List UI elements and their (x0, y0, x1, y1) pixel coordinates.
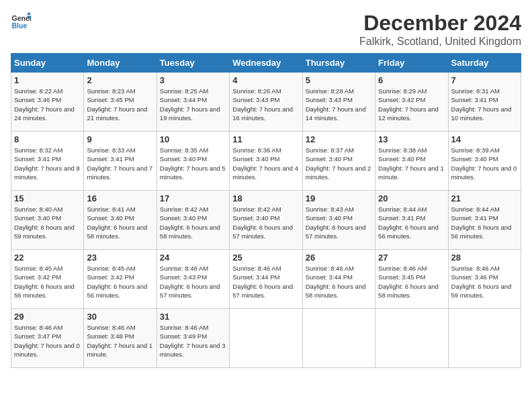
day-info: Sunrise: 8:38 AMSunset: 3:40 PMDaylight:… (378, 146, 445, 181)
calendar-cell: 16Sunrise: 8:41 AMSunset: 3:40 PMDayligh… (84, 191, 157, 250)
calendar-cell: 24Sunrise: 8:46 AMSunset: 3:43 PMDayligh… (157, 250, 229, 309)
weekday-header-thursday: Thursday (302, 54, 375, 73)
day-number: 5 (306, 75, 372, 85)
calendar-cell: 10Sunrise: 8:35 AMSunset: 3:40 PMDayligh… (157, 132, 229, 191)
calendar-cell: 11Sunrise: 8:36 AMSunset: 3:40 PMDayligh… (230, 132, 302, 191)
day-number: 27 (378, 253, 445, 263)
day-info: Sunrise: 8:42 AMSunset: 3:40 PMDaylight:… (232, 205, 299, 240)
day-number: 25 (232, 253, 299, 263)
day-info: Sunrise: 8:41 AMSunset: 3:40 PMDaylight:… (87, 205, 153, 240)
week-row-1: 1Sunrise: 8:22 AMSunset: 3:46 PMDaylight… (11, 73, 521, 132)
day-info: Sunrise: 8:46 AMSunset: 3:43 PMDaylight:… (160, 264, 226, 300)
title-area: December 2024 Falkirk, Scotland, United … (359, 11, 521, 48)
day-number: 6 (378, 75, 445, 85)
day-number: 19 (306, 193, 372, 203)
calendar-cell (375, 309, 448, 368)
calendar-cell: 6Sunrise: 8:29 AMSunset: 3:42 PMDaylight… (375, 73, 448, 132)
calendar-cell: 4Sunrise: 8:26 AMSunset: 3:43 PMDaylight… (230, 73, 302, 132)
day-info: Sunrise: 8:32 AMSunset: 3:41 PMDaylight:… (14, 146, 81, 181)
day-number: 21 (451, 193, 518, 203)
day-number: 30 (87, 312, 153, 322)
calendar-cell: 14Sunrise: 8:39 AMSunset: 3:40 PMDayligh… (448, 132, 521, 191)
day-info: Sunrise: 8:25 AMSunset: 3:44 PMDaylight:… (160, 87, 226, 122)
day-info: Sunrise: 8:28 AMSunset: 3:43 PMDaylight:… (306, 87, 372, 122)
calendar-cell: 3Sunrise: 8:25 AMSunset: 3:44 PMDaylight… (157, 73, 229, 132)
calendar-cell: 30Sunrise: 8:46 AMSunset: 3:48 PMDayligh… (84, 309, 157, 368)
logo: General Blue (11, 11, 31, 31)
day-number: 23 (87, 253, 153, 263)
calendar-cell: 27Sunrise: 8:46 AMSunset: 3:45 PMDayligh… (375, 250, 448, 309)
day-number: 13 (378, 134, 445, 144)
day-number: 2 (87, 75, 153, 85)
day-info: Sunrise: 8:46 AMSunset: 3:46 PMDaylight:… (451, 264, 518, 300)
day-info: Sunrise: 8:26 AMSunset: 3:43 PMDaylight:… (232, 87, 299, 122)
day-number: 11 (232, 134, 299, 144)
day-number: 29 (14, 312, 81, 322)
calendar-cell: 22Sunrise: 8:45 AMSunset: 3:42 PMDayligh… (11, 250, 84, 309)
weekday-header-friday: Friday (375, 54, 448, 73)
svg-text:Blue: Blue (12, 21, 28, 30)
calendar-cell: 20Sunrise: 8:44 AMSunset: 3:41 PMDayligh… (375, 191, 448, 250)
calendar-table: SundayMondayTuesdayWednesdayThursdayFrid… (11, 53, 521, 368)
weekday-header-wednesday: Wednesday (230, 54, 302, 73)
day-number: 7 (451, 75, 518, 85)
calendar-cell: 5Sunrise: 8:28 AMSunset: 3:43 PMDaylight… (302, 73, 375, 132)
logo-icon: General Blue (11, 11, 31, 31)
weekday-header-monday: Monday (84, 54, 157, 73)
week-row-3: 15Sunrise: 8:40 AMSunset: 3:40 PMDayligh… (11, 191, 521, 250)
calendar-cell: 25Sunrise: 8:46 AMSunset: 3:44 PMDayligh… (230, 250, 302, 309)
calendar-cell: 28Sunrise: 8:46 AMSunset: 3:46 PMDayligh… (448, 250, 521, 309)
calendar-cell: 21Sunrise: 8:44 AMSunset: 3:41 PMDayligh… (448, 191, 521, 250)
day-number: 16 (87, 193, 153, 203)
day-info: Sunrise: 8:42 AMSunset: 3:40 PMDaylight:… (160, 205, 226, 240)
calendar-cell: 13Sunrise: 8:38 AMSunset: 3:40 PMDayligh… (375, 132, 448, 191)
calendar-cell: 15Sunrise: 8:40 AMSunset: 3:40 PMDayligh… (11, 191, 84, 250)
calendar-title: December 2024 (359, 11, 521, 36)
day-number: 24 (160, 253, 226, 263)
day-info: Sunrise: 8:29 AMSunset: 3:42 PMDaylight:… (378, 87, 445, 122)
calendar-cell (302, 309, 375, 368)
day-info: Sunrise: 8:23 AMSunset: 3:45 PMDaylight:… (87, 87, 153, 122)
day-number: 9 (87, 134, 153, 144)
day-number: 14 (451, 134, 518, 144)
day-number: 20 (378, 193, 445, 203)
day-info: Sunrise: 8:44 AMSunset: 3:41 PMDaylight:… (378, 205, 445, 240)
calendar-cell: 18Sunrise: 8:42 AMSunset: 3:40 PMDayligh… (230, 191, 302, 250)
week-row-5: 29Sunrise: 8:46 AMSunset: 3:47 PMDayligh… (11, 309, 521, 368)
svg-marker-2 (27, 12, 31, 15)
day-number: 3 (160, 75, 226, 85)
calendar-cell: 2Sunrise: 8:23 AMSunset: 3:45 PMDaylight… (84, 73, 157, 132)
weekday-header-tuesday: Tuesday (157, 54, 229, 73)
day-number: 17 (160, 193, 226, 203)
day-info: Sunrise: 8:46 AMSunset: 3:49 PMDaylight:… (160, 323, 226, 359)
calendar-subtitle: Falkirk, Scotland, United Kingdom (359, 36, 521, 48)
calendar-cell: 23Sunrise: 8:45 AMSunset: 3:42 PMDayligh… (84, 250, 157, 309)
calendar-cell: 9Sunrise: 8:33 AMSunset: 3:41 PMDaylight… (84, 132, 157, 191)
weekday-header-saturday: Saturday (448, 54, 521, 73)
day-info: Sunrise: 8:44 AMSunset: 3:41 PMDaylight:… (451, 205, 518, 240)
day-number: 15 (14, 193, 81, 203)
week-row-4: 22Sunrise: 8:45 AMSunset: 3:42 PMDayligh… (11, 250, 521, 309)
day-info: Sunrise: 8:46 AMSunset: 3:44 PMDaylight:… (306, 264, 372, 300)
day-info: Sunrise: 8:31 AMSunset: 3:41 PMDaylight:… (451, 87, 518, 122)
week-row-2: 8Sunrise: 8:32 AMSunset: 3:41 PMDaylight… (11, 132, 521, 191)
weekday-header-row: SundayMondayTuesdayWednesdayThursdayFrid… (11, 54, 521, 73)
day-number: 31 (160, 312, 226, 322)
calendar-cell: 7Sunrise: 8:31 AMSunset: 3:41 PMDaylight… (448, 73, 521, 132)
page-header: General Blue December 2024 Falkirk, Scot… (11, 11, 521, 48)
calendar-cell: 29Sunrise: 8:46 AMSunset: 3:47 PMDayligh… (11, 309, 84, 368)
day-info: Sunrise: 8:45 AMSunset: 3:42 PMDaylight:… (87, 264, 153, 300)
calendar-cell: 12Sunrise: 8:37 AMSunset: 3:40 PMDayligh… (302, 132, 375, 191)
weekday-header-sunday: Sunday (11, 54, 84, 73)
day-info: Sunrise: 8:46 AMSunset: 3:47 PMDaylight:… (14, 323, 81, 359)
day-info: Sunrise: 8:46 AMSunset: 3:48 PMDaylight:… (87, 323, 153, 359)
day-info: Sunrise: 8:43 AMSunset: 3:40 PMDaylight:… (306, 205, 372, 240)
day-number: 18 (232, 193, 299, 203)
calendar-cell: 19Sunrise: 8:43 AMSunset: 3:40 PMDayligh… (302, 191, 375, 250)
day-number: 28 (451, 253, 518, 263)
calendar-cell: 31Sunrise: 8:46 AMSunset: 3:49 PMDayligh… (157, 309, 229, 368)
calendar-cell: 8Sunrise: 8:32 AMSunset: 3:41 PMDaylight… (11, 132, 84, 191)
day-info: Sunrise: 8:22 AMSunset: 3:46 PMDaylight:… (14, 87, 81, 122)
day-info: Sunrise: 8:33 AMSunset: 3:41 PMDaylight:… (87, 146, 153, 181)
day-info: Sunrise: 8:37 AMSunset: 3:40 PMDaylight:… (306, 146, 372, 181)
